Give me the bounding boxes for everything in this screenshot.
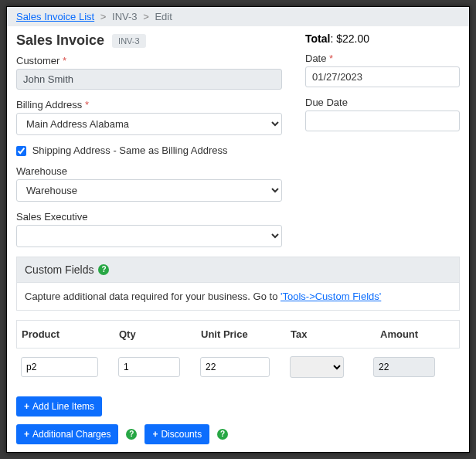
help-icon[interactable]: ?: [98, 264, 109, 275]
total-display: Total: $22.00: [305, 32, 460, 45]
due-date-input[interactable]: [305, 110, 460, 131]
custom-fields-body: Capture additional data required for you…: [16, 283, 460, 311]
help-icon[interactable]: ?: [126, 429, 137, 440]
add-line-items-button[interactable]: + Add Line Items: [16, 396, 102, 416]
shipping-same-label: Shipping Address - Same as Billing Addre…: [32, 144, 228, 156]
plus-icon: +: [152, 429, 158, 440]
qty-input[interactable]: [118, 357, 180, 377]
tax-select[interactable]: [290, 356, 344, 378]
breadcrumb-root-link[interactable]: Sales Invoice List: [16, 11, 94, 22]
breadcrumb-item: INV-3: [112, 11, 138, 22]
invoice-id-badge: INV-3: [112, 34, 146, 48]
help-icon[interactable]: ?: [217, 429, 228, 440]
sales-exec-select[interactable]: [16, 225, 282, 247]
date-input[interactable]: [305, 66, 460, 87]
billing-address-label: Billing Address *: [16, 99, 282, 110]
amount-output: [373, 357, 435, 377]
breadcrumb-sep: >: [143, 11, 149, 22]
page-title: Sales Invoice: [16, 32, 104, 49]
plus-icon: +: [24, 401, 29, 412]
breadcrumb-sep: >: [100, 11, 107, 22]
product-input[interactable]: [21, 357, 98, 377]
customer-label: Customer *: [16, 55, 282, 66]
line-items-header: Product Qty Unit Price Tax Amount: [16, 320, 460, 348]
sales-exec-label: Sales Executive: [16, 211, 282, 223]
customer-input[interactable]: [16, 69, 282, 90]
billing-address-select[interactable]: Main Address Alabama: [16, 113, 282, 135]
custom-fields-link[interactable]: 'Tools->Custom Fields': [280, 291, 381, 302]
breadcrumb: Sales Invoice List > INV-3 > Edit: [7, 7, 469, 26]
line-item-row: [16, 348, 460, 386]
custom-fields-header: Custom Fields ?: [16, 257, 460, 283]
breadcrumb-action: Edit: [155, 11, 172, 22]
shipping-same-checkbox[interactable]: [16, 146, 26, 156]
charges-hint: Go to 'Settings->Additional Charges And …: [16, 452, 460, 453]
discounts-button[interactable]: + Discounts: [144, 424, 209, 444]
additional-charges-button[interactable]: + Additional Charges: [16, 424, 118, 444]
warehouse-select[interactable]: Warehouse: [16, 179, 282, 202]
warehouse-label: Warehouse: [16, 165, 282, 177]
unit-price-input[interactable]: [200, 357, 270, 377]
plus-icon: +: [24, 429, 29, 440]
charges-settings-link[interactable]: 'Settings->Additional Charges And Discou…: [39, 452, 209, 453]
due-date-label: Due Date: [305, 97, 460, 108]
date-label: Date *: [305, 53, 460, 64]
